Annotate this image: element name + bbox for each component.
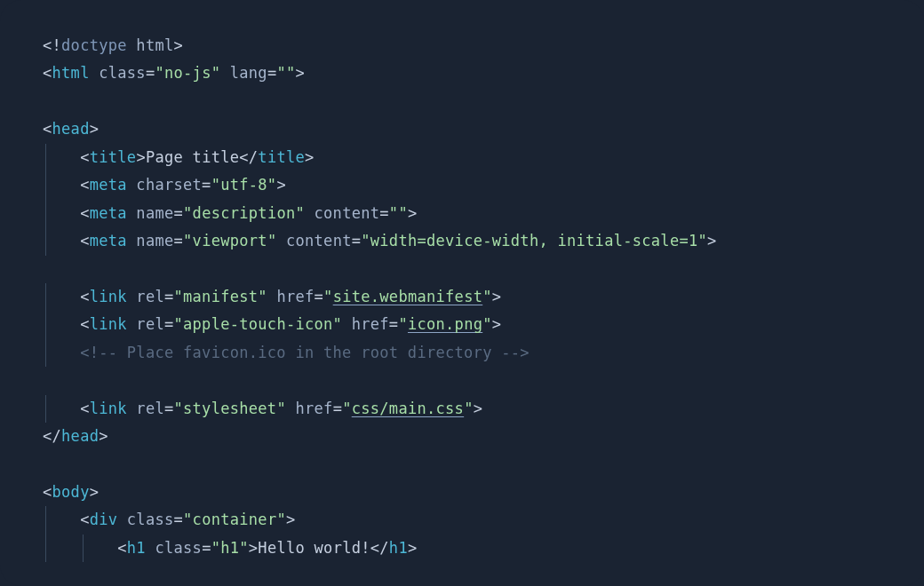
code-token: rel [127,315,164,333]
code-token: "viewport" [183,232,276,249]
code-token [43,511,80,528]
code-token: content [305,204,379,222]
code-line: <html class="no-js" lang=""> [43,59,881,87]
code-token: < [80,232,90,249]
code-token: = [164,288,174,305]
code-token: > [90,120,100,138]
code-token: " [398,315,408,333]
code-token: = [267,64,277,82]
code-token [43,400,80,417]
code-line [43,367,881,394]
code-token [43,539,117,557]
code-token: </ [370,539,389,557]
code-token: "stylesheet" [174,400,286,417]
code-token: class [90,64,146,82]
code-token: href [286,400,333,417]
code-token [43,176,80,194]
code-token [43,232,80,249]
code-token: < [80,315,90,333]
code-token [43,344,80,361]
code-token: href [342,315,389,333]
code-token: title [258,148,305,166]
code-token: > [474,400,483,417]
code-line [43,88,881,115]
code-token: > [492,315,502,333]
code-line: <link rel="apple-touch-icon" href="icon.… [43,311,881,338]
code-token: Hello world! [258,539,370,557]
code-token: " [323,288,333,305]
code-token: = [164,315,174,333]
code-token: > [136,148,146,166]
code-line: <head> [43,115,881,143]
code-token: <!-- Place favicon.ico in the root direc… [80,344,530,361]
code-token: link [90,315,127,333]
code-token: < [80,288,90,305]
code-token: > [276,176,286,194]
code-token: lang [220,64,267,82]
code-token: < [80,400,90,417]
code-token: < [43,483,52,501]
code-token: div [90,511,118,528]
code-token: "utf-8" [211,176,277,194]
code-token [43,148,80,166]
code-token: "container" [183,511,286,528]
code-token: = [352,232,362,249]
code-token: icon.png [408,315,482,333]
code-token: charset [127,176,202,194]
code-token: > [408,204,418,222]
code-token: = [389,315,399,333]
code-line: <title>Page title</title> [43,144,881,171]
code-line: <link rel="manifest" href="site.webmanif… [43,283,881,311]
code-token: title [90,148,137,166]
code-token: html [52,64,90,82]
code-token: h1 [389,539,408,557]
code-token: href [267,288,315,305]
code-token: rel [127,400,164,417]
code-token: "description" [183,204,305,222]
code-token: = [333,400,343,417]
code-token: = [174,232,184,249]
code-token [43,204,80,222]
code-line: <h1 class="h1">Hello world!</h1> [43,535,881,562]
code-token: < [43,120,52,138]
code-token: css/main.css [352,400,464,417]
code-token: > [249,539,259,557]
code-token: site.webmanifest [333,288,483,305]
code-line: <div class="container"> [43,506,881,534]
code-token: > [296,64,306,82]
code-token: class [146,539,202,557]
code-line: <meta name="viewport" content="width=dev… [43,227,881,255]
code-token: </ [43,427,61,445]
code-line [43,256,881,283]
code-token: > [408,539,418,557]
code-token: h1 [127,539,146,557]
code-token: = [202,176,211,194]
code-line: </head> [43,423,881,450]
code-editor: <!doctype html><html class="no-js" lang=… [0,0,924,586]
code-token: = [202,539,211,557]
code-token: < [80,148,90,166]
code-token: meta [90,176,127,194]
code-line: <!doctype html> [43,32,881,59]
code-token [43,288,80,305]
code-token: = [315,288,324,305]
code-line: <body> [43,479,881,506]
code-token: Page title [146,148,239,166]
code-token: doctype [61,36,127,54]
code-token: class [117,511,173,528]
code-token: > [90,483,100,501]
code-token: <! [43,36,61,54]
code-token: </ [239,148,258,166]
code-token: body [52,483,90,501]
code-token: = [174,511,184,528]
code-token: > [707,232,717,249]
code-token: "no-js" [155,64,220,82]
code-token: > [286,511,296,528]
code-token: > [174,36,184,54]
code-token: " [482,288,492,305]
code-token: link [90,288,127,305]
code-line: <link rel="stylesheet" href="css/main.cs… [43,395,881,423]
code-token: "" [389,204,408,222]
code-token: link [90,400,127,417]
code-token: " [482,315,492,333]
